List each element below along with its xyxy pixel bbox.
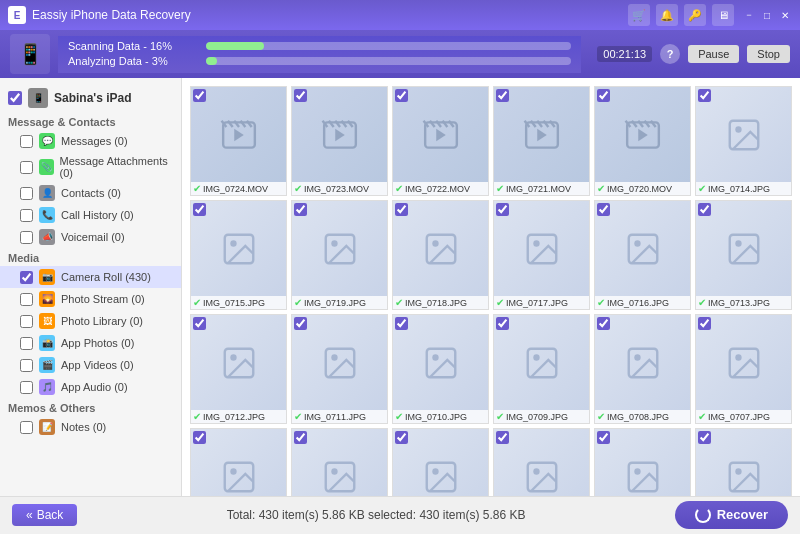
sidebar-item-contacts[interactable]: 👤 Contacts (0)	[0, 182, 181, 204]
content-scroll[interactable]: ✔IMG_0724.MOV ✔IMG_0723.MOV ✔IMG_0722.MO…	[182, 78, 800, 496]
thumbnail-checkbox[interactable]	[496, 317, 509, 330]
thumbnail-item[interactable]: ✔IMG_0709.JPG	[493, 314, 590, 424]
thumbnail-checkbox[interactable]	[496, 203, 509, 216]
sidebar-item-app-videos[interactable]: 🎬 App Videos (0)	[0, 354, 181, 376]
thumbnail-label: ✔IMG_0717.JPG	[494, 296, 589, 309]
phone-icon: 📞	[39, 207, 55, 223]
scanning-progress-bar	[206, 42, 571, 50]
thumbnail-checkbox[interactable]	[193, 431, 206, 444]
thumbnail-item[interactable]: ✔IMG_0701.JPG	[695, 428, 792, 496]
sidebar-item-photo-stream[interactable]: 🌄 Photo Stream (0)	[0, 288, 181, 310]
thumbnail-item[interactable]: ✔IMG_0724.MOV	[190, 86, 287, 196]
image-thumbnail	[393, 429, 488, 496]
thumbnail-item[interactable]: ✔IMG_0702.JPG	[594, 428, 691, 496]
thumbnail-checkbox[interactable]	[698, 203, 711, 216]
thumbnail-item[interactable]: ✔IMG_0716.JPG	[594, 200, 691, 310]
thumbnail-checkbox[interactable]	[597, 431, 610, 444]
sidebar-item-messages[interactable]: 💬 Messages (0)	[0, 130, 181, 152]
help-button[interactable]: ?	[660, 44, 680, 64]
thumbnail-checkbox[interactable]	[193, 203, 206, 216]
thumbnail-item[interactable]: ✔IMG_0713.JPG	[695, 200, 792, 310]
thumbnail-checkbox[interactable]	[496, 89, 509, 102]
key-icon[interactable]: 🔑	[684, 4, 706, 26]
thumbnail-item[interactable]: ✔IMG_0722.MOV	[392, 86, 489, 196]
attachments-label: Message Attachments (0)	[60, 155, 173, 179]
thumbnail-item[interactable]: ✔IMG_0710.JPG	[392, 314, 489, 424]
svg-point-39	[533, 240, 539, 246]
device-icon: 📱	[10, 34, 50, 74]
pause-button[interactable]: Pause	[688, 45, 739, 63]
thumbnail-item[interactable]: ✔IMG_0714.JPG	[695, 86, 792, 196]
thumbnail-checkbox[interactable]	[698, 317, 711, 330]
image-thumbnail	[393, 201, 488, 296]
thumbnail-item[interactable]: ✔IMG_0723.MOV	[291, 86, 388, 196]
thumbnail-checkbox[interactable]	[193, 89, 206, 102]
thumbnail-label: ✔IMG_0718.JPG	[393, 296, 488, 309]
thumbnail-checkbox[interactable]	[698, 431, 711, 444]
thumbnail-checkbox[interactable]	[294, 431, 307, 444]
device-item[interactable]: 📱 Sabina's iPad	[0, 84, 181, 112]
image-thumbnail	[696, 87, 791, 182]
toolbar-icons: 🛒 🔔 🔑 🖥	[628, 4, 734, 26]
thumbnail-checkbox[interactable]	[395, 89, 408, 102]
thumbnail-checkbox[interactable]	[597, 203, 610, 216]
sidebar-item-camera-roll[interactable]: 📷 Camera Roll (430)	[0, 266, 181, 288]
photo-stream-icon: 🌄	[39, 291, 55, 307]
thumbnail-item[interactable]: ✔IMG_0707.JPG	[695, 314, 792, 424]
check-icon: ✔	[193, 297, 201, 308]
device-ipad-icon: 📱	[28, 88, 48, 108]
thumbnail-checkbox[interactable]	[294, 89, 307, 102]
thumbnail-item[interactable]: ✔IMG_0715.JPG	[190, 200, 287, 310]
sidebar-item-app-audio[interactable]: 🎵 App Audio (0)	[0, 376, 181, 398]
sidebar-item-message-attachments[interactable]: 📎 Message Attachments (0)	[0, 152, 181, 182]
thumbnail-item[interactable]: ✔IMG_0720.MOV	[594, 86, 691, 196]
thumbnail-checkbox[interactable]	[193, 317, 206, 330]
thumbnail-checkbox[interactable]	[395, 317, 408, 330]
thumbnail-checkbox[interactable]	[496, 431, 509, 444]
thumbnail-item[interactable]: ✔IMG_0708.JPG	[594, 314, 691, 424]
thumbnail-checkbox[interactable]	[698, 89, 711, 102]
thumbnail-item[interactable]: ✔IMG_0712.JPG	[190, 314, 287, 424]
thumbnail-item[interactable]: ✔IMG_0705.JPG	[291, 428, 388, 496]
monitor-icon[interactable]: 🖥	[712, 4, 734, 26]
thumbnail-item[interactable]: ✔IMG_0704.JPG	[392, 428, 489, 496]
image-thumbnail	[191, 201, 286, 296]
thumbnail-item[interactable]: ✔IMG_0719.JPG	[291, 200, 388, 310]
notes-label: Notes (0)	[61, 421, 106, 433]
thumbnail-label: ✔IMG_0714.JPG	[696, 182, 791, 195]
thumbnail-checkbox[interactable]	[294, 317, 307, 330]
thumbnail-checkbox[interactable]	[395, 203, 408, 216]
minimize-button[interactable]: －	[742, 8, 756, 22]
message-icon: 💬	[39, 133, 55, 149]
sidebar-item-notes[interactable]: 📝 Notes (0)	[0, 416, 181, 438]
thumbnail-checkbox[interactable]	[395, 431, 408, 444]
thumbnail-checkbox[interactable]	[294, 203, 307, 216]
thumbnail-checkbox[interactable]	[597, 317, 610, 330]
thumbnail-label: ✔IMG_0720.MOV	[595, 182, 690, 195]
check-icon: ✔	[496, 183, 504, 194]
close-button[interactable]: ✕	[778, 8, 792, 22]
sidebar-item-voicemail[interactable]: 📣 Voicemail (0)	[0, 226, 181, 248]
thumbnail-checkbox[interactable]	[597, 89, 610, 102]
video-thumbnail	[191, 87, 286, 182]
back-button[interactable]: « Back	[12, 504, 77, 526]
bell-icon[interactable]: 🔔	[656, 4, 678, 26]
thumbnail-item[interactable]: ✔IMG_0721.MOV	[493, 86, 590, 196]
maximize-button[interactable]: □	[760, 8, 774, 22]
image-thumbnail	[696, 429, 791, 496]
sidebar-item-app-photos[interactable]: 📸 App Photos (0)	[0, 332, 181, 354]
device-checkbox[interactable]	[8, 91, 22, 105]
image-thumbnail	[494, 429, 589, 496]
recover-button[interactable]: Recover	[675, 501, 788, 529]
svg-point-35	[331, 240, 337, 246]
sidebar-item-call-history[interactable]: 📞 Call History (0)	[0, 204, 181, 226]
thumbnail-item[interactable]: ✔IMG_0711.JPG	[291, 314, 388, 424]
cart-icon[interactable]: 🛒	[628, 4, 650, 26]
thumbnail-item[interactable]: ✔IMG_0703.JPG	[493, 428, 590, 496]
image-thumbnail	[595, 201, 690, 296]
thumbnail-item[interactable]: ✔IMG_0706.JPG	[190, 428, 287, 496]
thumbnail-item[interactable]: ✔IMG_0718.JPG	[392, 200, 489, 310]
stop-button[interactable]: Stop	[747, 45, 790, 63]
thumbnail-item[interactable]: ✔IMG_0717.JPG	[493, 200, 590, 310]
sidebar-item-photo-library[interactable]: 🖼 Photo Library (0)	[0, 310, 181, 332]
